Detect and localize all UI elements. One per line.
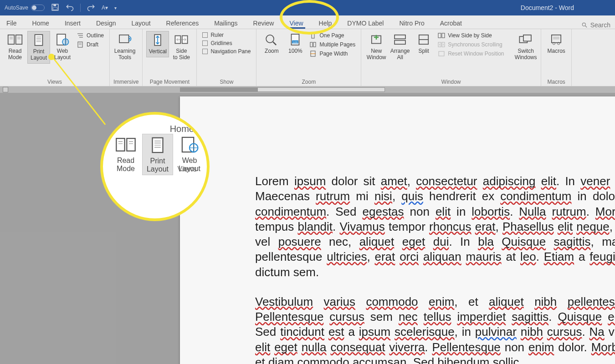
svg-rect-1 <box>53 4 56 6</box>
switch-windows-label: Switch Windows <box>515 48 537 61</box>
tab-acrobat[interactable]: Acrobat <box>438 17 464 29</box>
arrange-all-label: Arrange All <box>390 48 410 61</box>
group-show: Ruler Gridlines Navigation Pane Show <box>197 29 256 86</box>
vertical-button[interactable]: Vertical <box>146 31 169 57</box>
page[interactable]: Lorem ipsum dolor sit amet, consectetur … <box>180 96 615 364</box>
side-by-side-button[interactable]: View Side by Side <box>438 32 512 39</box>
svg-text:100: 100 <box>293 41 298 44</box>
separator <box>80 4 81 12</box>
ruler-bar <box>0 86 615 93</box>
macros-icon <box>548 33 564 46</box>
multi-pages-icon <box>309 41 317 48</box>
new-window-button[interactable]: New Window <box>365 31 388 63</box>
vertical-icon <box>150 33 165 47</box>
macros-button[interactable]: Macros <box>545 31 568 56</box>
svg-rect-36 <box>313 42 316 47</box>
tab-file[interactable]: File <box>5 17 19 29</box>
read-mode-button[interactable]: Read Mode <box>4 31 26 63</box>
tab-view[interactable]: View <box>287 17 305 29</box>
tab-help[interactable]: Help <box>317 17 334 29</box>
tab-dymo[interactable]: DYMO Label <box>345 17 385 29</box>
ruler-corner[interactable] <box>3 87 8 92</box>
zoom-icon <box>264 33 279 46</box>
save-icon[interactable] <box>51 3 59 13</box>
tab-design[interactable]: Design <box>94 17 118 29</box>
tab-insert[interactable]: Insert <box>63 17 82 29</box>
group-zoom: Zoom 100 100% One Page Multiple Pages Pa… <box>256 29 361 86</box>
undo-icon[interactable] <box>66 3 74 13</box>
group-page-movement-label: Page Movement <box>146 78 193 85</box>
svg-rect-6 <box>16 35 22 44</box>
svg-point-29 <box>266 35 274 43</box>
side-by-side-label: View Side by Side <box>448 32 492 39</box>
tab-review[interactable]: Review <box>251 17 276 29</box>
split-label: Split <box>418 48 429 55</box>
gridlines-checkbox[interactable]: Gridlines <box>202 40 251 46</box>
autosave-label: AutoSave <box>5 5 28 11</box>
paragraph-2[interactable]: Vestibulum varius commodo enim, et aliqu… <box>255 294 615 364</box>
paragraph-1[interactable]: Lorem ipsum dolor sit amet, consectetur … <box>255 174 615 280</box>
search-icon <box>581 22 588 28</box>
tab-mailings[interactable]: Mailings <box>212 17 239 29</box>
zoom-button[interactable]: Zoom <box>260 31 283 56</box>
web-layout-label: Web Layout <box>54 48 71 61</box>
svg-rect-49 <box>439 51 444 56</box>
draft-button[interactable]: Draft <box>77 41 104 48</box>
sync-scroll-label: Synchronous Scrolling <box>448 41 502 48</box>
svg-rect-41 <box>395 35 405 39</box>
one-page-button[interactable]: One Page <box>309 32 355 39</box>
one-page-label: One Page <box>319 32 344 39</box>
group-views-label: Views <box>4 78 106 85</box>
switch-windows-button[interactable]: Switch Windows <box>514 31 537 63</box>
new-window-icon <box>369 33 384 46</box>
svg-rect-42 <box>395 40 405 45</box>
group-immersive-label: Immersive <box>113 78 138 85</box>
arrange-all-icon <box>392 33 408 46</box>
arrange-all-button[interactable]: Arrange All <box>389 31 411 63</box>
split-icon <box>416 33 431 46</box>
side-to-side-button[interactable]: Side to Side <box>170 31 193 63</box>
tab-layout[interactable]: Layout <box>130 17 153 29</box>
svg-rect-5 <box>8 35 15 44</box>
multi-pages-button[interactable]: Multiple Pages <box>309 41 355 48</box>
group-window: New Window Arrange All Split View Side b… <box>361 29 541 86</box>
page-width-button[interactable]: Page Width <box>309 50 355 57</box>
horizontal-ruler[interactable] <box>257 87 385 92</box>
font-dropdown-icon[interactable]: A▾ <box>102 5 108 11</box>
learning-tools-button[interactable]: Learning Tools <box>113 31 136 63</box>
hundred-icon: 100 <box>287 33 303 46</box>
macros-label: Macros <box>547 48 565 55</box>
group-immersive: Learning Tools Immersive <box>110 29 143 86</box>
group-window-label: Window <box>365 78 537 85</box>
redo-icon[interactable] <box>87 3 95 13</box>
autosave-toggle[interactable]: AutoSave <box>5 5 45 11</box>
tab-nitro[interactable]: Nitro Pro <box>397 17 426 29</box>
side-to-side-label: Side to Side <box>173 48 190 61</box>
tab-home[interactable]: Home <box>31 17 51 29</box>
nav-pane-checkbox[interactable]: Navigation Pane <box>202 48 251 55</box>
tell-me-label: Search <box>590 21 610 29</box>
checkbox-icon <box>202 40 208 46</box>
tell-me-search[interactable]: Search <box>581 21 610 29</box>
outline-label: Outline <box>87 32 104 39</box>
zoom-label: Zoom <box>265 48 279 55</box>
ruler-checkbox[interactable]: Ruler <box>202 32 251 38</box>
page-width-label: Page Width <box>319 51 348 57</box>
print-layout-button[interactable]: Print Layout <box>27 31 50 64</box>
split-button[interactable]: Split <box>412 31 435 56</box>
ribbon-tabs: File Home Insert Design Layout Reference… <box>0 15 615 29</box>
quick-access-toolbar: AutoSave A▾ ▾ <box>5 3 117 13</box>
window-title: Document2 - Word <box>117 4 610 11</box>
toggle-icon <box>31 5 45 11</box>
hundred-percent-button[interactable]: 100 100% <box>284 31 307 56</box>
outline-button[interactable]: Outline <box>77 32 104 39</box>
title-bar: AutoSave A▾ ▾ Document2 - Word <box>0 0 615 15</box>
document-area[interactable]: Lorem ipsum dolor sit amet, consectetur … <box>0 93 615 364</box>
ruler-margin <box>180 87 257 92</box>
multi-pages-label: Multiple Pages <box>319 41 355 48</box>
draft-icon <box>77 41 84 48</box>
reset-pos-button: Reset Window Position <box>438 50 512 57</box>
tab-references[interactable]: References <box>164 17 201 29</box>
ribbon: Read Mode Print Layout Web Layout Outlin… <box>0 29 615 86</box>
hundred-label: 100% <box>288 48 302 55</box>
